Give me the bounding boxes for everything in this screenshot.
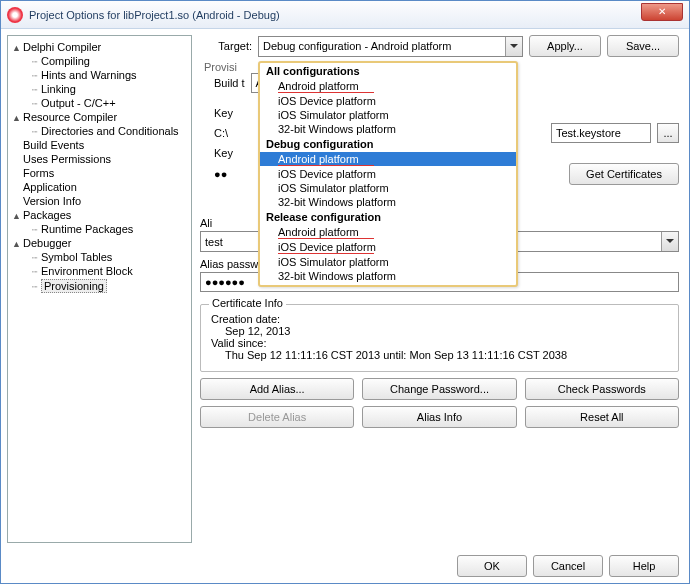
dropdown-item[interactable]: 32-bit Windows platform [260,269,516,283]
expand-icon[interactable]: ▲ [12,240,21,249]
target-combo[interactable]: Debug configuration - Android platform [258,36,523,57]
tree-item[interactable]: ┈Output - C/C++ [28,96,189,110]
tree-item[interactable]: Build Events [10,138,189,152]
tree-item[interactable]: Uses Permissions [10,152,189,166]
main-panel: Target: Debug configuration - Android pl… [200,35,683,543]
delete-alias-button[interactable]: Delete Alias [200,406,354,428]
dropdown-item[interactable]: iOS Simulator platform [260,108,516,122]
tree-item[interactable]: ┈Provisioning [28,278,189,294]
keystore-pw-mask: ●● [214,168,227,180]
keystore-pw-label: Key [214,147,233,159]
expand-icon[interactable]: ▲ [12,44,21,53]
dialog-footer: OK Cancel Help [457,555,679,577]
dialog-window: Project Options for libProject1.so (Andr… [0,0,690,584]
dropdown-item[interactable]: iOS Device platform [260,240,516,254]
change-password-button[interactable]: Change Password... [362,378,516,400]
get-certificates-button[interactable]: Get Certificates [569,163,679,185]
tree-item[interactable]: Version Info [10,194,189,208]
app-icon [7,7,23,23]
window-title: Project Options for libProject1.so (Andr… [29,9,280,21]
annotation-underline [278,92,374,93]
add-alias-button[interactable]: Add Alias... [200,378,354,400]
help-button[interactable]: Help [609,555,679,577]
dropdown-item[interactable]: Android platform [260,152,516,166]
creation-date-label: Creation date: [211,313,668,325]
browse-button[interactable]: ... [657,123,679,143]
chevron-down-icon[interactable] [661,232,678,251]
expand-icon[interactable]: ▲ [12,212,21,221]
titlebar[interactable]: Project Options for libProject1.so (Andr… [1,1,689,29]
dropdown-item[interactable]: iOS Device platform [260,167,516,181]
annotation-underline [278,238,374,239]
dropdown-group-header: Release configuration [260,209,516,225]
tree-item[interactable]: ┈Hints and Warnings [28,68,189,82]
dropdown-group-header: Debug configuration [260,136,516,152]
tree-item[interactable]: ┈Linking [28,82,189,96]
keystore-file-field[interactable]: Test.keystore [551,123,651,143]
tree-item[interactable]: ┈Directories and Conditionals [28,124,189,138]
annotation-underline [278,165,374,166]
alias-combo-text: test [205,236,223,248]
alias-info-button[interactable]: Alias Info [362,406,516,428]
tree-item[interactable]: ┈Symbol Tables [28,250,189,264]
tree-item[interactable]: ▲Resource Compiler [10,110,189,124]
valid-since-value: Thu Sep 12 11:11:16 CST 2013 until: Mon … [225,349,668,361]
tree-item[interactable]: ┈Environment Block [28,264,189,278]
tree-item[interactable]: ▲Delphi Compiler [10,40,189,54]
close-button[interactable]: ✕ [641,3,683,21]
annotation-underline [278,253,374,254]
certificate-info-group: Certificate Info Creation date: Sep 12, … [200,304,679,372]
dropdown-item[interactable]: iOS Simulator platform [260,255,516,269]
tree-item[interactable]: ▲Packages [10,208,189,222]
creation-date-value: Sep 12, 2013 [225,325,668,337]
ok-button[interactable]: OK [457,555,527,577]
tree-item[interactable]: ▲Debugger [10,236,189,250]
chevron-down-icon[interactable] [505,37,522,56]
dropdown-group-header: All configurations [260,63,516,79]
keystore-label-short: Key [214,107,233,119]
valid-since-label: Valid since: [211,337,668,349]
target-combo-text: Debug configuration - Android platform [263,40,451,52]
dropdown-item[interactable]: Android platform [260,225,516,239]
check-passwords-button[interactable]: Check Passwords [525,378,679,400]
options-tree[interactable]: ▲Delphi Compiler┈Compiling┈Hints and War… [7,35,192,543]
apply-button[interactable]: Apply... [529,35,601,57]
keystore-path-label: C:\ [214,127,228,139]
tree-item[interactable]: Forms [10,166,189,180]
dropdown-item[interactable]: 32-bit Windows platform [260,195,516,209]
certificate-info-title: Certificate Info [209,297,286,309]
save-button[interactable]: Save... [607,35,679,57]
target-label: Target: [200,40,252,52]
dropdown-item[interactable]: 32-bit Windows platform [260,122,516,136]
dropdown-item[interactable]: iOS Device platform [260,94,516,108]
dropdown-item[interactable]: Android platform [260,79,516,93]
tree-item[interactable]: Application [10,180,189,194]
tree-item[interactable]: ┈Compiling [28,54,189,68]
target-dropdown[interactable]: All configurationsAndroid platformiOS De… [258,61,518,287]
expand-icon[interactable]: ▲ [12,114,21,123]
cancel-button[interactable]: Cancel [533,555,603,577]
dropdown-item[interactable]: iOS Simulator platform [260,181,516,195]
build-type-label-truncated: Build t [214,77,245,89]
tree-item[interactable]: ┈Runtime Packages [28,222,189,236]
reset-all-button[interactable]: Reset All [525,406,679,428]
